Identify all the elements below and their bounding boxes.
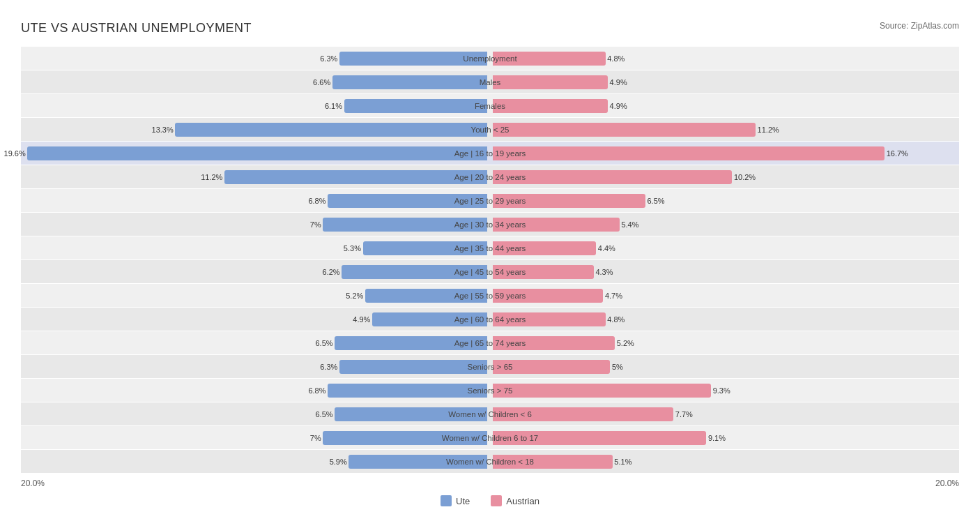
bar-left-half: 19.6% bbox=[21, 142, 490, 165]
ute-bar bbox=[349, 455, 487, 469]
austrian-legend-label: Austrian bbox=[506, 496, 539, 506]
ute-value: 5.3% bbox=[344, 244, 361, 252]
ute-value: 6.3% bbox=[320, 363, 337, 371]
austrian-bar bbox=[493, 289, 603, 303]
bar-left-half: 11.2% bbox=[21, 165, 490, 188]
bar-left-half: 5.9% bbox=[21, 450, 490, 473]
ute-value: 7% bbox=[310, 434, 321, 442]
ute-bar bbox=[27, 146, 487, 160]
ute-value: 19.6% bbox=[4, 149, 26, 158]
legend: Ute Austrian bbox=[21, 495, 959, 506]
ute-value: 6.6% bbox=[313, 78, 330, 86]
bar-left-half: 6.5% bbox=[21, 331, 490, 354]
austrian-value: 4.7% bbox=[605, 292, 622, 300]
ute-bar bbox=[372, 312, 487, 326]
austrian-bar bbox=[493, 146, 885, 160]
bar-right-half: 5.2% bbox=[490, 331, 959, 354]
bar-left-half: 4.9% bbox=[21, 308, 490, 331]
ute-value: 5.2% bbox=[346, 292, 363, 300]
bar-left-half: 6.5% bbox=[21, 402, 490, 425]
ute-bar bbox=[328, 384, 487, 398]
ute-legend-label: Ute bbox=[456, 496, 470, 506]
austrian-bar bbox=[493, 194, 645, 208]
bar-right-half: 4.8% bbox=[490, 308, 959, 331]
bar-left-half: 6.6% bbox=[21, 70, 490, 93]
ute-bar bbox=[335, 407, 487, 421]
austrian-value: 4.8% bbox=[607, 315, 625, 324]
bar-row: 6.3%5%Seniors > 65 bbox=[21, 355, 959, 378]
bar-left-half: 6.3% bbox=[21, 47, 490, 70]
austrian-bar bbox=[493, 218, 620, 232]
ute-value: 6.5% bbox=[315, 339, 332, 347]
bar-right-half: 11.2% bbox=[490, 118, 959, 141]
austrian-bar bbox=[493, 336, 615, 350]
austrian-value: 4.4% bbox=[598, 244, 615, 252]
chart-container: UTE VS AUSTRIAN UNEMPLOYMENT Source: Zip… bbox=[21, 14, 959, 513]
ute-value: 6.1% bbox=[325, 102, 342, 110]
austrian-value: 7.7% bbox=[675, 410, 693, 418]
bar-left-half: 6.8% bbox=[21, 189, 490, 212]
ute-value: 4.9% bbox=[353, 315, 370, 324]
chart-source: Source: ZipAtlas.com bbox=[880, 21, 959, 31]
ute-bar bbox=[335, 336, 487, 350]
ute-bar bbox=[339, 52, 487, 66]
ute-bar bbox=[323, 431, 487, 445]
ute-bar bbox=[323, 218, 487, 232]
austrian-value: 5.4% bbox=[621, 220, 638, 229]
austrian-value: 16.7% bbox=[887, 149, 908, 158]
bar-left-half: 13.3% bbox=[21, 118, 490, 141]
austrian-bar bbox=[493, 170, 732, 184]
ute-bar bbox=[365, 289, 487, 303]
austrian-bar bbox=[493, 241, 596, 255]
ute-bar bbox=[328, 194, 487, 208]
bar-right-half: 4.9% bbox=[490, 94, 959, 117]
ute-bar bbox=[224, 170, 487, 184]
bar-right-half: 10.2% bbox=[490, 165, 959, 188]
austrian-bar bbox=[493, 265, 594, 279]
austrian-value: 4.3% bbox=[595, 268, 613, 276]
bar-right-half: 4.9% bbox=[490, 70, 959, 93]
bar-right-half: 5.4% bbox=[490, 213, 959, 236]
legend-ute: Ute bbox=[441, 495, 470, 506]
ute-bar bbox=[363, 241, 487, 255]
austrian-value: 9.1% bbox=[708, 434, 726, 442]
bar-right-half: 9.1% bbox=[490, 426, 959, 449]
ute-value: 7% bbox=[310, 220, 321, 229]
ute-value: 6.8% bbox=[308, 197, 326, 205]
austrian-value: 9.3% bbox=[713, 386, 730, 395]
ute-value: 6.8% bbox=[308, 386, 326, 395]
bar-row: 4.9%4.8%Age | 60 to 64 years bbox=[21, 308, 959, 331]
bar-row: 6.2%4.3%Age | 45 to 54 years bbox=[21, 260, 959, 283]
ute-value: 6.2% bbox=[323, 268, 340, 276]
bar-row: 7%5.4%Age | 30 to 34 years bbox=[21, 213, 959, 236]
chart-title: UTE VS AUSTRIAN UNEMPLOYMENT bbox=[21, 21, 252, 36]
austrian-legend-box bbox=[491, 495, 502, 506]
bar-right-half: 4.8% bbox=[490, 47, 959, 70]
chart-rows-wrapper: 6.3%4.8%Unemployment6.6%4.9%Males6.1%4.9… bbox=[21, 47, 959, 473]
austrian-bar bbox=[493, 75, 608, 89]
bar-left-half: 7% bbox=[21, 213, 490, 236]
bar-row: 19.6%16.7%Age | 16 to 19 years bbox=[21, 142, 959, 165]
bar-left-half: 6.8% bbox=[21, 379, 490, 402]
austrian-value: 10.2% bbox=[734, 173, 756, 181]
bar-right-half: 4.7% bbox=[490, 284, 959, 307]
austrian-bar bbox=[493, 52, 606, 66]
austrian-bar bbox=[493, 431, 706, 445]
ute-value: 13.3% bbox=[152, 126, 174, 134]
bar-row: 13.3%11.2%Youth < 25 bbox=[21, 118, 959, 141]
austrian-bar bbox=[493, 407, 673, 421]
bar-row: 7%9.1%Women w/ Children 6 to 17 bbox=[21, 426, 959, 449]
bar-left-half: 6.3% bbox=[21, 355, 490, 378]
bar-left-half: 5.3% bbox=[21, 236, 490, 259]
bar-right-half: 6.5% bbox=[490, 189, 959, 212]
ute-bar bbox=[344, 99, 487, 113]
bar-row: 6.8%6.5%Age | 25 to 29 years bbox=[21, 189, 959, 212]
bar-row: 5.3%4.4%Age | 35 to 44 years bbox=[21, 236, 959, 259]
bar-row: 5.9%5.1%Women w/ Children < 18 bbox=[21, 450, 959, 473]
austrian-bar bbox=[493, 312, 606, 326]
bar-right-half: 7.7% bbox=[490, 402, 959, 425]
axis-left: 20.0% bbox=[21, 478, 45, 488]
ute-legend-box bbox=[441, 495, 452, 506]
bar-left-half: 5.2% bbox=[21, 284, 490, 307]
ute-value: 6.5% bbox=[315, 410, 332, 418]
